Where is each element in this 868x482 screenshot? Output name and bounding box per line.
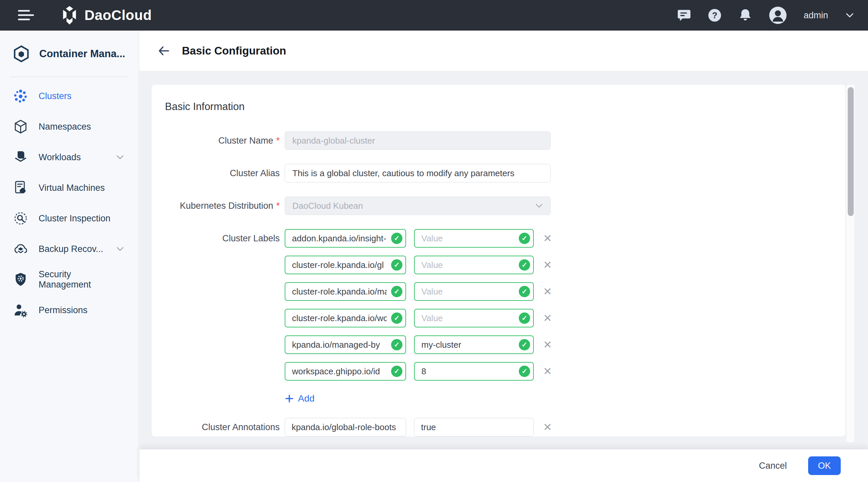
chevron-down-icon[interactable] (115, 153, 125, 162)
ok-button[interactable]: OK (808, 456, 841, 475)
label-key-field: ✓ (285, 335, 406, 354)
label-key-input[interactable] (285, 256, 406, 274)
sidebar-item-clusters[interactable]: Clusters (0, 85, 139, 107)
label-value-field: ✓ (414, 229, 534, 248)
check-circle-icon: ✓ (391, 259, 402, 270)
required-marker (273, 201, 280, 211)
label-value-field: ✓ (414, 256, 534, 274)
kubernetes-distribution-label: Kubernetes Distribution (165, 196, 280, 215)
label-value-input[interactable] (414, 362, 534, 381)
section-title: Basic Information (165, 101, 832, 113)
back-arrow-icon[interactable] (157, 44, 170, 58)
sidebar-item-label: Namespaces (38, 122, 91, 132)
sidebar-item-label: Permissions (38, 305, 88, 316)
menu-icon[interactable] (18, 9, 35, 22)
sidebar-item-cluster-inspection[interactable]: Cluster Inspection (0, 207, 139, 229)
cluster-labels-label: Cluster Labels (165, 229, 280, 248)
required-marker (273, 136, 280, 146)
label-key-field: ✓ (285, 282, 406, 301)
label-key-input[interactable] (285, 309, 406, 327)
brand-name: DaoCloud (85, 7, 152, 23)
label-value-input[interactable] (414, 282, 534, 301)
label-value-input[interactable] (414, 309, 534, 327)
sidebar-item-label: Security Management (38, 269, 125, 290)
remove-row-icon[interactable]: ✕ (543, 340, 552, 350)
label-key-input[interactable] (285, 282, 406, 301)
backup-recovery-icon (13, 242, 28, 256)
message-icon[interactable] (677, 8, 691, 22)
user-name[interactable]: admin (804, 10, 828, 21)
sidebar-item-security-management[interactable]: Security Management (0, 268, 139, 291)
add-label-button[interactable]: Add (285, 393, 315, 404)
label-key-input[interactable] (285, 335, 406, 354)
scrollbar-track[interactable] (846, 85, 855, 442)
label-row: ✓ ✓ ✕ (285, 309, 552, 327)
label-key-input[interactable] (285, 362, 406, 381)
basic-configuration-card: Basic Information Cluster Name Cluster A… (152, 85, 845, 437)
label-value-field: ✓ (414, 282, 534, 301)
remove-row-icon[interactable]: ✕ (543, 313, 552, 323)
sidebar-module-title[interactable]: Container Mana... (12, 44, 139, 63)
cancel-button[interactable]: Cancel (757, 460, 789, 471)
cluster-alias-input[interactable] (285, 164, 551, 183)
remove-row-icon[interactable]: ✕ (543, 233, 552, 244)
remove-row-icon[interactable]: ✕ (543, 422, 552, 432)
app-window: DaoCloud ? admin (0, 0, 868, 482)
namespaces-icon (13, 119, 28, 134)
basic-configuration-form: Cluster Name Cluster Alias (165, 131, 832, 437)
check-circle-icon: ✓ (519, 339, 530, 350)
label-value-field: ✓ (414, 362, 534, 381)
label-row: ✓ ✓ ✕ (285, 229, 552, 248)
label-value-input[interactable] (414, 335, 534, 354)
annotation-key-field (285, 418, 406, 437)
container-management-icon (12, 44, 31, 63)
label-value-input[interactable] (414, 229, 534, 248)
bell-icon[interactable] (738, 8, 752, 22)
sidebar-item-backup-recovery[interactable]: Backup Recov... (0, 238, 139, 260)
check-circle-icon: ✓ (519, 313, 530, 324)
label-key-field: ✓ (285, 229, 406, 248)
check-circle-icon: ✓ (519, 259, 530, 270)
sidebar-item-label: Clusters (38, 91, 71, 101)
remove-row-icon[interactable]: ✕ (543, 260, 552, 270)
check-circle-icon: ✓ (391, 233, 402, 244)
daocloud-logo-icon (60, 6, 79, 25)
check-circle-icon: ✓ (519, 286, 530, 297)
label-key-input[interactable] (285, 229, 406, 248)
annotation-row: ✕ (285, 418, 552, 437)
sidebar-item-workloads[interactable]: Workloads (0, 146, 139, 168)
avatar[interactable] (769, 6, 787, 24)
sidebar-item-label: Backup Recov... (38, 244, 103, 254)
chevron-down-icon[interactable] (115, 244, 125, 254)
cluster-name-input (285, 131, 551, 150)
label-value-field: ✓ (414, 309, 534, 327)
cluster-annotations-list: ✕ (285, 418, 552, 437)
cluster-alias-label: Cluster Alias (165, 164, 280, 183)
header-actions: ? admin (677, 6, 855, 24)
label-value-input[interactable] (414, 256, 534, 274)
check-circle-icon: ✓ (519, 233, 530, 244)
sidebar-item-label: Workloads (38, 152, 81, 163)
help-icon[interactable]: ? (708, 8, 722, 22)
label-key-field: ✓ (285, 362, 406, 381)
label-row: ✓ ✓ ✕ (285, 282, 552, 301)
security-management-icon (13, 272, 28, 287)
sidebar-item-permissions[interactable]: Permissions (0, 299, 139, 321)
svg-text:?: ? (712, 11, 718, 20)
annotation-value-input[interactable] (414, 418, 534, 437)
cluster-annotations-row: Cluster Annotations ✕ (165, 418, 832, 437)
remove-row-icon[interactable]: ✕ (543, 286, 552, 297)
cluster-annotations-label: Cluster Annotations (165, 418, 280, 437)
label-row: ✓ ✓ ✕ (285, 256, 552, 274)
clusters-icon (13, 89, 28, 103)
cluster-name-row: Cluster Name (165, 131, 832, 150)
sidebar-item-namespaces[interactable]: Namespaces (0, 116, 139, 138)
scrollbar-thumb[interactable] (848, 87, 854, 216)
content-area: Basic Information Cluster Name Cluster A… (140, 71, 868, 449)
user-menu-chevron-icon[interactable] (845, 10, 855, 20)
annotation-value-field (414, 418, 534, 437)
virtual-machines-icon (13, 181, 28, 195)
annotation-key-input[interactable] (285, 418, 406, 437)
sidebar-item-virtual-machines[interactable]: Virtual Machines (0, 177, 139, 199)
remove-row-icon[interactable]: ✕ (543, 366, 552, 377)
